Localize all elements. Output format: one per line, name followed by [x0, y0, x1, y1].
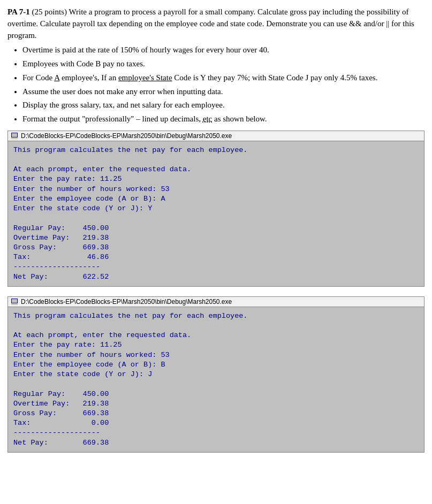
terminal-icon-2: [11, 298, 18, 306]
terminal-1-body: This program calculates the net pay for …: [8, 141, 424, 286]
svg-rect-2: [11, 138, 18, 139]
bullet-5: Display the gross salary, tax, and net s…: [22, 100, 425, 111]
terminal-1-titlebar: D:\CodeBlocks-EP\CodeBlocks-EP\Marsh2050…: [8, 131, 424, 141]
bullet-6: Format the output "professionally" – lin…: [22, 113, 425, 125]
requirements-list: Overtime is paid at the rate of 150% of …: [22, 44, 425, 125]
description-text: Write a program to process a payroll for…: [7, 7, 414, 40]
svg-rect-5: [11, 304, 18, 305]
svg-rect-4: [12, 299, 17, 303]
etc-text: etc: [203, 114, 212, 123]
bullet-3: For Code A employee's, If an employee's …: [22, 72, 425, 84]
terminal-2-body: This program calculates the net pay for …: [8, 307, 424, 452]
terminal-2: D:\CodeBlocks-EP\CodeBlocks-EP\Marsh2050…: [7, 296, 425, 453]
terminal-2-titlebar: D:\CodeBlocks-EP\CodeBlocks-EP\Marsh2050…: [8, 297, 424, 307]
svg-rect-1: [12, 133, 17, 137]
code-a-underline: A: [54, 73, 59, 82]
assignment-label: PA 7-1: [7, 7, 30, 16]
terminal-2-path: D:\CodeBlocks-EP\CodeBlocks-EP\Marsh2050…: [21, 298, 232, 306]
employees-state-underline: employee's State: [118, 73, 172, 82]
bullet-2: Employees with Code B pay no taxes.: [22, 58, 425, 70]
terminal-icon: [11, 132, 18, 140]
points-text: (25 points): [32, 7, 67, 16]
header-paragraph: PA 7-1 (25 points) Write a program to pr…: [7, 6, 425, 41]
terminal-1-path: D:\CodeBlocks-EP\CodeBlocks-EP\Marsh2050…: [21, 132, 232, 140]
bullet-1: Overtime is paid at the rate of 150% of …: [22, 44, 425, 56]
bullet-4: Assume the user does not make any error …: [22, 86, 425, 98]
terminal-1: D:\CodeBlocks-EP\CodeBlocks-EP\Marsh2050…: [7, 131, 425, 287]
